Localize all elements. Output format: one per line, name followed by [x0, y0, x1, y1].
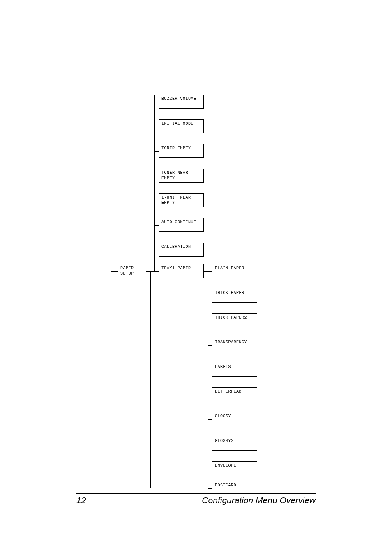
- menu-item-plain-paper: PLAIN PAPER: [212, 264, 257, 278]
- tree-connector: [208, 419, 212, 420]
- tree-connector: [154, 176, 159, 176]
- label: I-UNIT NEAR EMPTY: [161, 195, 191, 205]
- label: POSTCARD: [215, 483, 236, 488]
- label: TONER EMPTY: [161, 146, 191, 150]
- tree-connector: [154, 95, 155, 271]
- menu-item-labels: LABELS: [212, 363, 257, 377]
- menu-item-glossy: GLOSSY: [212, 412, 257, 426]
- tree-connector: [111, 95, 111, 271]
- tree-connector: [208, 271, 212, 272]
- label: THICK PAPER2: [215, 315, 247, 320]
- menu-item-envelope: ENVELOPE: [212, 461, 257, 475]
- label: BUZZER VOLUME: [161, 97, 196, 101]
- tree-connector: [208, 296, 212, 296]
- tree-connector: [208, 469, 212, 469]
- menu-item-tray1-paper: TRAY1 PAPER: [159, 264, 204, 278]
- footer-title: Configuration Menu Overview: [202, 495, 316, 505]
- menu-item-paper-setup: PAPER SETUP: [118, 264, 146, 278]
- menu-item-toner-near-empty: TONER NEAR EMPTY: [159, 169, 204, 183]
- tree-connector: [208, 345, 212, 346]
- menu-item-calibration: CALIBRATION: [159, 243, 204, 257]
- tree-connector: [150, 271, 159, 272]
- tree-connector: [99, 95, 99, 488]
- page-number: 12: [76, 495, 86, 505]
- menu-item-i-unit-near-empty: I-UNIT NEAR EMPTY: [159, 193, 204, 207]
- tree-connector: [146, 271, 150, 272]
- menu-item-auto-continue: AUTO CONTINUE: [159, 218, 204, 232]
- label: LABELS: [215, 365, 231, 369]
- label: CALIBRATION: [161, 245, 191, 249]
- tree-connector: [208, 444, 212, 444]
- label: PAPER SETUP: [120, 266, 134, 276]
- menu-item-thick-paper: THICK PAPER: [212, 289, 257, 303]
- menu-item-transparency: TRANSPARENCY: [212, 338, 257, 352]
- tree-connector: [154, 201, 159, 201]
- tree-connector: [154, 102, 159, 102]
- menu-item-postcard: POSTCARD: [212, 481, 257, 495]
- label: AUTO CONTINUE: [161, 220, 196, 224]
- tree-connector: [208, 271, 208, 488]
- menu-tree-diagram: BUZZER VOLUME INITIAL MODE TONER EMPTY T…: [93, 95, 307, 489]
- label: TRANSPARENCY: [215, 340, 247, 345]
- label: THICK PAPER: [215, 291, 244, 295]
- tree-connector: [208, 370, 212, 370]
- tree-connector: [208, 321, 212, 321]
- label: TRAY1 PAPER: [161, 266, 191, 271]
- menu-item-thick-paper2: THICK PAPER2: [212, 313, 257, 327]
- page-footer: 12 Configuration Menu Overview: [76, 493, 316, 505]
- menu-item-glossy2: GLOSSY2: [212, 437, 257, 451]
- menu-item-buzzer-volume: BUZZER VOLUME: [159, 95, 204, 109]
- menu-item-toner-empty: TONER EMPTY: [159, 144, 204, 158]
- tree-connector: [150, 271, 151, 488]
- tree-connector: [154, 151, 159, 152]
- tree-connector: [154, 127, 159, 127]
- label: GLOSSY: [215, 414, 231, 419]
- tree-connector: [208, 488, 212, 489]
- label: TONER NEAR EMPTY: [161, 171, 188, 180]
- menu-item-initial-mode: INITIAL MODE: [159, 119, 204, 133]
- label: PLAIN PAPER: [215, 266, 244, 271]
- label: ENVELOPE: [215, 463, 236, 468]
- tree-connector: [208, 395, 212, 395]
- menu-item-letterhead: LETTERHEAD: [212, 387, 257, 401]
- label: GLOSSY2: [215, 439, 234, 443]
- tree-connector: [204, 271, 208, 272]
- tree-connector: [154, 250, 159, 250]
- tree-connector: [111, 271, 118, 272]
- tree-connector: [154, 225, 159, 226]
- label: INITIAL MODE: [161, 121, 194, 126]
- label: LETTERHEAD: [215, 389, 242, 394]
